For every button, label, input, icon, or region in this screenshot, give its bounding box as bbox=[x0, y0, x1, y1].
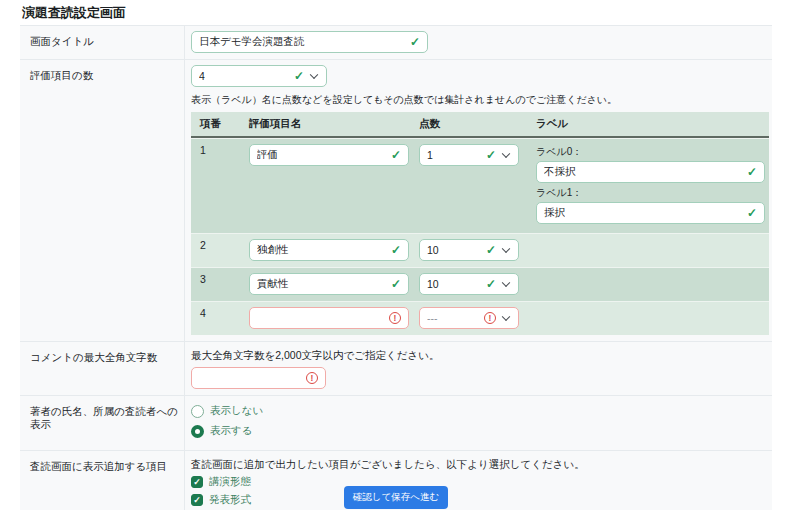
label0-value: 不採択 bbox=[544, 165, 576, 179]
chevron-down-icon bbox=[502, 313, 510, 321]
column-header-name: 評価項目名 bbox=[249, 117, 419, 131]
item-name-value: 独創性 bbox=[257, 243, 289, 257]
form-row-screen-title: 画面タイトル 日本デモ学会演題査読 bbox=[20, 26, 772, 60]
eval-items-table: 項番 評価項目名 点数 ラベル 1 評価 bbox=[191, 112, 769, 335]
item-name-input[interactable]: 独創性 bbox=[249, 239, 409, 261]
form-row-comment-max: コメントの最大全角文字数 最大全角文字数を2,000文字以内でご指定ください。 bbox=[20, 342, 772, 396]
page-title: 演題査読設定画面 bbox=[22, 4, 126, 22]
form-footer: 確認して保存へ進む bbox=[20, 486, 772, 509]
row-number: 2 bbox=[191, 239, 249, 261]
score-value: 10 bbox=[427, 244, 439, 256]
review-settings-page: 演題査読設定画面 画面タイトル 日本デモ学会演題査読 評価項目の数 4 表示（ bbox=[0, 0, 800, 510]
score-select[interactable]: 10 bbox=[419, 239, 519, 261]
screen-title-value: 日本デモ学会演題査読 bbox=[199, 35, 305, 49]
eval-count-note: 表示（ラベル）名に点数などを設定してもその点数では集計されませんのでご注意くださ… bbox=[191, 93, 769, 107]
table-row: 3 貢献性 10 bbox=[191, 267, 769, 301]
check-icon bbox=[410, 36, 420, 48]
chevron-down-icon bbox=[502, 279, 510, 287]
screen-title-input[interactable]: 日本デモ学会演題査読 bbox=[191, 31, 428, 53]
item-name-value: 貢献性 bbox=[257, 277, 289, 291]
alert-circle-icon bbox=[484, 312, 496, 324]
eval-count-value: 4 bbox=[199, 70, 205, 82]
field-label: 評価項目の数 bbox=[20, 60, 185, 341]
score-value: 1 bbox=[427, 149, 433, 161]
check-icon bbox=[747, 207, 757, 219]
check-icon bbox=[391, 278, 401, 290]
row-number: 1 bbox=[191, 144, 249, 227]
score-select[interactable]: 1 bbox=[419, 144, 519, 166]
check-icon bbox=[294, 70, 304, 82]
item-name-input[interactable]: 貢献性 bbox=[249, 273, 409, 295]
check-icon bbox=[486, 244, 496, 256]
alert-circle-icon bbox=[389, 312, 401, 324]
radio-label: 表示する bbox=[210, 424, 253, 438]
check-icon bbox=[747, 166, 757, 178]
column-header-score: 点数 bbox=[419, 117, 529, 131]
radio-label: 表示しない bbox=[210, 404, 263, 418]
field-label: 著者の氏名、所属の査読者への表示 bbox=[20, 396, 185, 450]
column-header-label: ラベル bbox=[529, 117, 769, 131]
check-icon bbox=[486, 278, 496, 290]
form-row-author-display: 著者の氏名、所属の査読者への表示 表示しない 表示する bbox=[20, 396, 772, 451]
score-select[interactable]: 10 bbox=[419, 273, 519, 295]
item-name-value: 評価 bbox=[257, 148, 278, 162]
field-label: コメントの最大全角文字数 bbox=[20, 342, 185, 395]
check-icon bbox=[391, 244, 401, 256]
radio-option-show[interactable]: 表示する bbox=[191, 424, 766, 438]
alert-circle-icon bbox=[306, 372, 318, 384]
radio-option-hide[interactable]: 表示しない bbox=[191, 404, 766, 418]
field-label: 画面タイトル bbox=[20, 26, 185, 59]
check-icon bbox=[391, 149, 401, 161]
score-value: 10 bbox=[427, 278, 439, 290]
item-name-input[interactable] bbox=[249, 307, 409, 329]
score-select[interactable]: --- bbox=[419, 307, 519, 329]
form-row-eval-items: 評価項目の数 4 表示（ラベル）名に点数などを設定してもその点数では集計されませ… bbox=[20, 60, 772, 342]
label1-input[interactable]: 採択 bbox=[536, 202, 765, 224]
radio-checked-icon[interactable] bbox=[191, 425, 204, 438]
label1-caption: ラベル1： bbox=[536, 186, 765, 200]
table-row: 1 評価 1 bbox=[191, 138, 769, 233]
chevron-down-icon bbox=[310, 71, 318, 79]
score-value: --- bbox=[427, 312, 438, 324]
item-name-input[interactable]: 評価 bbox=[249, 144, 409, 166]
check-icon bbox=[486, 149, 496, 161]
table-row: 2 独創性 10 bbox=[191, 233, 769, 267]
label0-caption: ラベル0： bbox=[536, 145, 765, 159]
comment-note: 最大全角文字数を2,000文字以内でご指定ください。 bbox=[191, 349, 766, 363]
row-number: 4 bbox=[191, 307, 249, 329]
table-row: 4 --- bbox=[191, 301, 769, 335]
extra-items-note: 査読画面に追加で出力したい項目がございましたら、以下より選択してください。 bbox=[191, 458, 766, 472]
eval-count-select[interactable]: 4 bbox=[191, 65, 327, 87]
save-confirm-button[interactable]: 確認して保存へ進む bbox=[344, 486, 448, 509]
comment-max-input[interactable] bbox=[191, 367, 326, 389]
chevron-down-icon bbox=[502, 245, 510, 253]
radio-unchecked-icon[interactable] bbox=[191, 405, 204, 418]
row-number: 3 bbox=[191, 273, 249, 295]
label1-value: 採択 bbox=[544, 206, 565, 220]
column-header-no: 項番 bbox=[191, 117, 249, 131]
table-header-row: 項番 評価項目名 点数 ラベル bbox=[191, 112, 769, 138]
chevron-down-icon bbox=[502, 150, 510, 158]
settings-form: 画面タイトル 日本デモ学会演題査読 評価項目の数 4 表示（ラベル）名に点数など… bbox=[20, 25, 772, 510]
label0-input[interactable]: 不採択 bbox=[536, 161, 765, 183]
